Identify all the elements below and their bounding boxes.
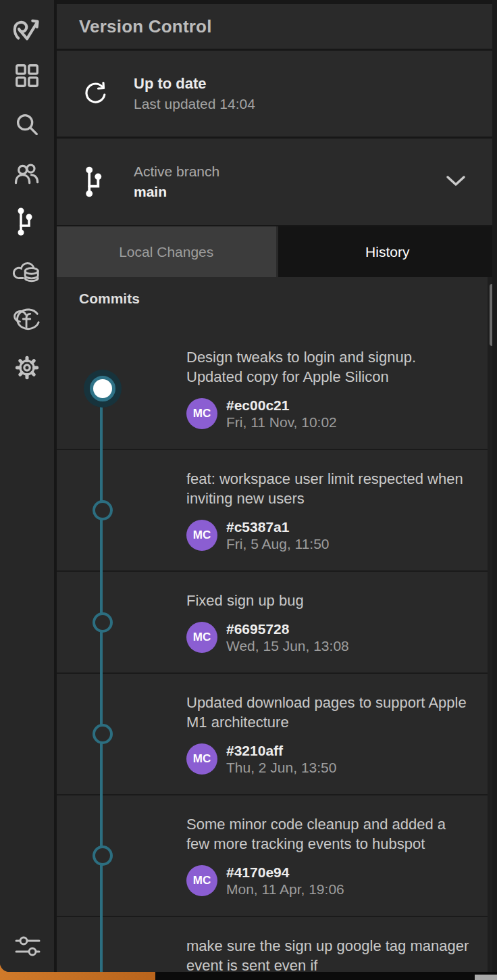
active-branch-name: main xyxy=(134,184,219,200)
current-commit-node[interactable] xyxy=(84,370,122,408)
commit-body: Some minor code cleanup and added a few … xyxy=(186,814,473,897)
version-control-window: Version Control Up to date Last updated … xyxy=(0,0,497,972)
commit-date: Mon, 11 Apr, 19:06 xyxy=(226,881,344,897)
search-icon[interactable] xyxy=(11,108,43,141)
commit-body: Updated download pages to support Apple … xyxy=(186,693,473,775)
commits-heading: Commits xyxy=(57,277,497,314)
commit-date: Wed, 15 Jun, 13:08 xyxy=(226,638,349,654)
commit-node-column xyxy=(57,936,186,972)
commit-row[interactable]: Design tweaks to login and signup. Updat… xyxy=(57,314,497,449)
commit-body: Fixed sign up bugMC#6695728Wed, 15 Jun, … xyxy=(186,591,473,654)
active-branch-selector[interactable]: Active branch main xyxy=(57,139,497,225)
commit-node-column xyxy=(57,693,186,775)
window-right-edge xyxy=(492,0,497,972)
main-panel: Version Control Up to date Last updated … xyxy=(57,0,497,972)
active-branch-label: Active branch xyxy=(134,164,219,180)
commits-panel: Commits Design tweaks to login and signu… xyxy=(57,277,497,972)
sidebar xyxy=(0,0,57,972)
commit-node-column xyxy=(57,814,186,897)
sync-status-title: Up to date xyxy=(134,75,255,93)
page-title: Version Control xyxy=(79,16,212,37)
commit-row[interactable]: make sure the sign up google tag manager… xyxy=(57,916,497,972)
tab-local-changes[interactable]: Local Changes xyxy=(57,226,276,277)
commit-body: feat: workspace user limit respected whe… xyxy=(186,469,473,552)
commit-body: make sure the sign up google tag manager… xyxy=(186,936,473,972)
commit-row[interactable]: Some minor code cleanup and added a few … xyxy=(57,794,497,916)
dashboard-icon[interactable] xyxy=(11,59,43,92)
preferences-sliders-icon[interactable] xyxy=(12,930,45,962)
commit-meta: MC#3210affThu, 2 Jun, 13:50 xyxy=(186,743,473,775)
desktop: Version Control Up to date Last updated … xyxy=(0,0,497,980)
avatar: MC xyxy=(186,520,217,551)
commit-node[interactable] xyxy=(93,500,113,520)
avatar: MC xyxy=(186,743,217,775)
background-window-fragment xyxy=(475,975,497,980)
sync-status-row[interactable]: Up to date Last updated 14:04 xyxy=(57,51,497,137)
commit-node-column xyxy=(57,591,186,654)
commit-message: make sure the sign up google tag manager… xyxy=(186,936,473,972)
commit-list: Design tweaks to login and signup. Updat… xyxy=(57,314,497,972)
commit-row[interactable]: Updated download pages to support Apple … xyxy=(57,672,497,794)
settings-gear-icon[interactable] xyxy=(11,351,43,384)
avatar: MC xyxy=(186,622,217,653)
refresh-icon[interactable] xyxy=(82,80,109,107)
commit-meta: MC#c5387a1Fri, 5 Aug, 11:50 xyxy=(186,519,473,552)
commit-node[interactable] xyxy=(93,612,113,633)
commit-message: Some minor code cleanup and added a few … xyxy=(186,814,473,854)
commit-message: feat: workspace user limit respected whe… xyxy=(186,469,473,508)
commit-node[interactable] xyxy=(93,724,113,744)
cloud-storage-icon[interactable] xyxy=(11,254,43,287)
commit-meta: MC#6695728Wed, 15 Jun, 13:08 xyxy=(186,621,473,654)
commit-meta: MC#ec00c21Fri, 11 Nov, 10:02 xyxy=(186,397,473,430)
version-control-branch-icon[interactable] xyxy=(11,205,43,238)
commit-hash: #3210aff xyxy=(226,743,336,758)
commit-meta: MC#4170e94Mon, 11 Apr, 19:06 xyxy=(186,864,473,897)
commit-row[interactable]: Fixed sign up bugMC#6695728Wed, 15 Jun, … xyxy=(57,570,497,672)
commit-date: Thu, 2 Jun, 13:50 xyxy=(226,760,336,775)
commit-date: Fri, 11 Nov, 10:02 xyxy=(226,414,337,430)
commit-row[interactable]: feat: workspace user limit respected whe… xyxy=(57,449,497,570)
commit-message: Updated download pages to support Apple … xyxy=(186,693,473,732)
branch-icon xyxy=(80,164,112,199)
commit-node-column xyxy=(57,347,186,430)
commit-node[interactable] xyxy=(93,846,113,866)
commit-date: Fri, 5 Aug, 11:50 xyxy=(226,536,330,552)
tab-bar: Local Changes History xyxy=(57,225,497,277)
commit-message: Design tweaks to login and signup. Updat… xyxy=(186,347,473,387)
commit-body: Design tweaks to login and signup. Updat… xyxy=(186,347,473,430)
commit-timeline xyxy=(100,381,103,972)
commit-message: Fixed sign up bug xyxy=(186,591,473,610)
commit-hash: #c5387a1 xyxy=(226,519,330,535)
plant-logo-icon[interactable] xyxy=(11,11,43,43)
chevron-down-icon[interactable] xyxy=(446,172,466,192)
tab-history[interactable]: History xyxy=(278,226,497,277)
commit-hash: #4170e94 xyxy=(226,864,344,880)
panel-header: Version Control xyxy=(57,4,497,49)
team-icon[interactable] xyxy=(11,157,43,189)
commit-hash: #6695728 xyxy=(226,621,349,637)
sync-status-subtitle: Last updated 14:04 xyxy=(134,96,255,112)
avatar: MC xyxy=(186,865,217,896)
cloud-sync-icon[interactable] xyxy=(11,303,43,335)
commit-hash: #ec00c21 xyxy=(226,397,337,413)
avatar: MC xyxy=(186,398,217,429)
commit-node-column xyxy=(57,469,186,552)
